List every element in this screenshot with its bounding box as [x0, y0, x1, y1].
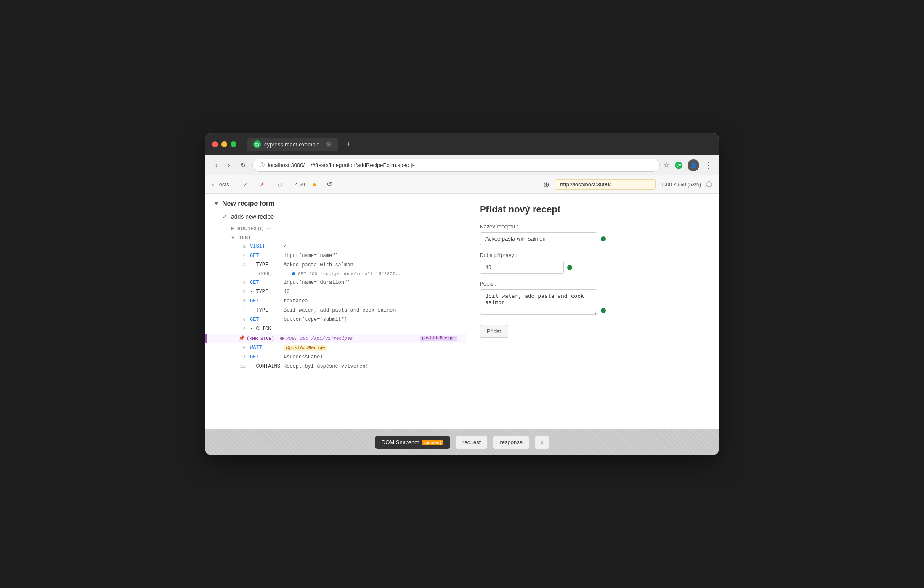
duration-label: Doba přípravy : [480, 252, 705, 258]
user-avatar[interactable]: 👤 [688, 159, 699, 171]
cmd-row-click-9[interactable]: 9 - CLICK [205, 324, 466, 334]
cmd-row-xhr-1[interactable]: (XHR) GET 200 /sockjs-node/info?t=154287… [205, 270, 466, 278]
cmd-row-type-7[interactable]: 7 - TYPE Boil water, add pasta and cook … [205, 306, 466, 315]
tab-title: cypress-react-example [264, 141, 320, 148]
cypress-profile-icon[interactable]: cy [675, 162, 682, 169]
xhr-purple-dot [280, 337, 284, 340]
cmd-arg-type-7: Boil water, add pasta and cook salmon [284, 307, 457, 313]
cmd-row-xhr-stub[interactable]: 📌 (XHR STUB) POST 200 /api/v1/recipes po… [205, 334, 466, 343]
new-tab-button[interactable]: + [347, 140, 351, 149]
tests-button[interactable]: ‹ Tests [212, 181, 229, 188]
cmd-row-type-3[interactable]: 3 - TYPE Ackee pasta with salmon [205, 260, 466, 270]
app-url-bar[interactable]: http://localhost:3000/ [555, 179, 656, 190]
minimize-button[interactable] [221, 141, 227, 147]
forward-button[interactable]: › [224, 160, 233, 171]
routes-label: ROUTES (1) [237, 226, 263, 231]
cmd-arg-contains-12: Recept byl úspěšně vytvořen! [284, 363, 457, 369]
cypress-icon: cy [253, 140, 261, 148]
lock-icon: ⓘ [260, 162, 265, 169]
cmd-arg-get-11: #successLabel [284, 354, 457, 360]
cmd-arg-get-8: button[type="submit"] [284, 317, 457, 323]
response-tab-button[interactable]: response [493, 435, 529, 449]
cmd-row-get-4[interactable]: 4 GET input[name="duration"] [205, 278, 466, 287]
cmd-row-type-5[interactable]: 5 - TYPE 40 [205, 287, 466, 297]
browser-window: cy cypress-react-example × + ‹ › ↻ ⓘ loc… [205, 133, 719, 455]
cmd-arg-type-5: 40 [284, 289, 457, 295]
user-icon: 👤 [690, 162, 697, 168]
toolbar-divider [236, 180, 236, 190]
browser-tab[interactable]: cy cypress-react-example × [247, 138, 338, 151]
duration-input-wrap [480, 261, 705, 274]
cmd-arg-get-4: input[name="duration"] [284, 280, 457, 286]
test-panel: ▼ New recipe form ✓ adds new recipe ▶ RO… [205, 194, 466, 429]
back-button[interactable]: ‹ [212, 160, 221, 171]
command-log: 1 VISIT / 2 GET input[name="name"] 3 - T… [205, 242, 466, 371]
close-bottom-button[interactable]: × [535, 435, 549, 450]
duration-input[interactable] [480, 261, 564, 274]
fail-icon: ✗ [260, 181, 265, 188]
cmd-arg-get-6: textarea [284, 298, 457, 304]
cmd-row-get-8[interactable]: 8 GET button[type="submit"] [205, 315, 466, 324]
cmd-name-get-4: GET [250, 280, 284, 286]
cmd-row-get-11[interactable]: 11 GET #successLabel [205, 352, 466, 362]
app-title: Přidat nový recept [480, 204, 705, 215]
duration-field: Doba přípravy : [480, 252, 705, 274]
cmd-name-wait-10: WAIT [250, 345, 284, 351]
info-icon[interactable]: ⓘ [706, 181, 712, 188]
cmd-num-2: 2 [237, 253, 246, 258]
suite-name: New recipe form [222, 200, 274, 207]
resolution-display: 1000 × 660 (53%) [661, 182, 701, 188]
routes-section: ▶ ROUTES (1) ··· [205, 223, 466, 233]
cmd-num-10: 10 [237, 345, 246, 350]
close-button[interactable] [212, 141, 218, 147]
menu-icon[interactable]: ⋮ [704, 161, 712, 170]
cmd-name-contains-12: - CONTAINS [250, 363, 284, 369]
fullscreen-button[interactable] [231, 141, 236, 147]
name-input[interactable] [480, 232, 597, 245]
cmd-num-9: 9 [237, 326, 246, 331]
pending-icon: ◷ [278, 181, 282, 188]
cmd-name-type-7: - TYPE [250, 307, 284, 313]
test-item[interactable]: ✓ adds new recipe [205, 210, 466, 223]
test-section-label: TEST [239, 235, 251, 240]
submit-button[interactable]: Přidat [480, 325, 508, 338]
cmd-name-get-6: GET [250, 298, 284, 304]
tab-close-icon[interactable]: × [326, 141, 332, 147]
refresh-button[interactable]: ↻ [237, 159, 249, 171]
main-content: ▼ New recipe form ✓ adds new recipe ▶ RO… [205, 194, 719, 429]
cmd-name-get-2: GET [250, 253, 284, 259]
test-section: ▼ TEST [205, 233, 466, 242]
description-input-wrap [480, 289, 705, 315]
cmd-arg-xhr-1: GET 200 /sockjs-node/info?t=1542877... [298, 271, 457, 276]
routes-dots: ··· [267, 226, 271, 231]
cmd-row-get-6[interactable]: 6 GET textarea [205, 297, 466, 306]
pinned-badge: (pinned) [422, 440, 443, 445]
tests-label: Tests [216, 181, 229, 188]
cmd-num-5: 5 [237, 289, 246, 294]
request-tab-button[interactable]: request [455, 435, 488, 449]
cmd-num-12: 12 [237, 364, 246, 369]
cmd-row-visit[interactable]: 1 VISIT / [205, 242, 466, 251]
address-bar[interactable]: ⓘ localhost:3000/__/#/tests/integration/… [252, 159, 660, 172]
cmd-row-contains-12[interactable]: 12 - CONTAINS Recept byl úspěšně vytvoře… [205, 362, 466, 371]
cmd-num-3: 3 [237, 262, 246, 268]
tests-chevron-icon: ‹ [212, 181, 214, 188]
fail-count: -- [267, 181, 271, 188]
cmd-name-type-5: - TYPE [250, 289, 284, 295]
cmd-num-7: 7 [237, 308, 246, 313]
cmd-row-get-2[interactable]: 2 GET input[name="name"] [205, 251, 466, 260]
dom-snapshot-button[interactable]: DOM Snapshot (pinned) [375, 436, 450, 449]
crosshair-icon[interactable]: ⊕ [543, 180, 550, 189]
cmd-num-1: 1 [237, 244, 246, 249]
nav-bar: ‹ › ↻ ⓘ localhost:3000/__/#/tests/integr… [205, 155, 719, 175]
bookmark-icon[interactable]: ☆ [663, 161, 670, 170]
cmd-name-click-9: - CLICK [250, 326, 284, 332]
name-field: Název receptu : [480, 223, 705, 245]
cmd-name-get-11: GET [250, 354, 284, 360]
cmd-row-wait-10[interactable]: 10 WAIT @postAddRecipe [205, 343, 466, 352]
reload-button[interactable]: ↺ [323, 179, 335, 190]
description-textarea[interactable] [480, 289, 597, 315]
spinner-icon: ● [313, 181, 317, 188]
cypress-toolbar: ‹ Tests ✓ 1 ✗ -- ◷ -- 4.91 ● ↺ ⊕ http://… [205, 175, 719, 194]
name-input-wrap [480, 232, 705, 245]
